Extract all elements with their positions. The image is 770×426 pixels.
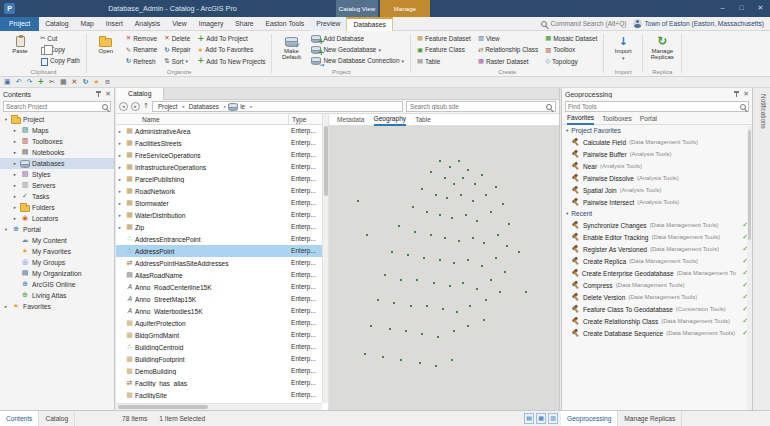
- table-row[interactable]: FacilitySite Enterp...: [116, 389, 322, 401]
- import-button[interactable]: Import ▾: [608, 33, 638, 67]
- ribbon-button[interactable]: Refresh ▾: [124, 56, 160, 67]
- expander-icon[interactable]: ▸: [116, 129, 124, 134]
- expander-icon[interactable]: ▸: [12, 205, 18, 210]
- table-row[interactable]: ▸ Zip Enterp...: [116, 221, 322, 233]
- ribbon-button[interactable]: New Geodatabase ▾: [309, 44, 406, 55]
- tool-item[interactable]: Register As Versioned (Data Management T…: [562, 243, 752, 255]
- list-view-icon[interactable]: ▤: [524, 413, 534, 424]
- plus-icon[interactable]: [37, 77, 44, 87]
- ribbon-button[interactable]: Feature Dataset ▾: [415, 33, 473, 44]
- tool-item[interactable]: Pairwise Intersect (Analysis Tools): [562, 196, 752, 208]
- tool-item[interactable]: Near (Analysis Tools): [562, 160, 752, 172]
- expander-icon[interactable]: ▸: [116, 201, 124, 206]
- tool-item[interactable]: Feature Class To Geodatabase (Conversion…: [562, 303, 752, 315]
- expander-icon[interactable]: ▸: [116, 141, 124, 146]
- horizontal-scrollbar[interactable]: [116, 403, 322, 410]
- expander-icon[interactable]: ▸: [116, 153, 124, 158]
- expander-icon[interactable]: ▸: [116, 165, 124, 170]
- ribbon-button[interactable]: Raster Dataset ▾: [476, 56, 540, 67]
- table-row[interactable]: AliasRoadName Enterp...: [116, 269, 322, 281]
- grid-icon[interactable]: [60, 77, 67, 87]
- tree-item[interactable]: ▸ Maps: [0, 125, 114, 136]
- expander-icon[interactable]: ▸: [12, 161, 18, 166]
- tree-item[interactable]: ▸ Toolboxes: [0, 136, 114, 147]
- tool-item[interactable]: Spatial Join (Analysis Tools): [562, 184, 752, 196]
- open-button[interactable]: Open: [91, 33, 121, 67]
- tree-item[interactable]: My Organization: [0, 268, 114, 279]
- table-row[interactable]: BldgGrndMaint Enterp...: [116, 329, 322, 341]
- tree-item[interactable]: ▸ Styles: [0, 169, 114, 180]
- table-row[interactable]: ▸ ParcelPublishing Enterp...: [116, 173, 322, 185]
- ribbon-button[interactable]: Rename ▾: [124, 44, 160, 55]
- section-header-recent[interactable]: ▾ Recent: [562, 208, 752, 219]
- breadcrumb-item[interactable]: Databases: [187, 103, 226, 110]
- table-row[interactable]: BuildingCentroid Enterp...: [116, 341, 322, 353]
- table-row[interactable]: ▸ RoadNetwork Enterp...: [116, 185, 322, 197]
- back-icon[interactable]: ◂: [119, 102, 128, 111]
- table-row[interactable]: ▸ FireServiceOperations Enterp...: [116, 149, 322, 161]
- ribbon-tab[interactable]: Map: [75, 17, 100, 31]
- find-tools-input[interactable]: [568, 103, 738, 110]
- scissors-icon[interactable]: [49, 77, 55, 87]
- pane-tab[interactable]: Geoprocessing: [561, 411, 618, 426]
- table-row[interactable]: Anno_StreetMap15K Enterp...: [116, 293, 322, 305]
- ribbon-tab[interactable]: Catalog: [39, 17, 74, 31]
- tree-item[interactable]: My Favorites: [0, 246, 114, 257]
- tree-item[interactable]: ▸ Favorites: [0, 301, 114, 312]
- ribbon-tab[interactable]: Analysis: [129, 17, 166, 31]
- tool-item[interactable]: Synchronize Changes (Data Management Too…: [562, 219, 752, 231]
- close-icon[interactable]: ✕: [751, 0, 770, 17]
- tool-item[interactable]: Create Enterprise Geodatabase (Data Mana…: [562, 267, 752, 279]
- table-row[interactable]: ▸ InfrastructureOperations Enterp...: [116, 161, 322, 173]
- tree-item[interactable]: ▾ Portal: [0, 224, 114, 235]
- expander-icon[interactable]: ▾: [3, 227, 9, 232]
- ribbon-button[interactable]: Toolbox ▾: [543, 44, 599, 55]
- ribbon-button[interactable]: Feature Class ▾: [415, 44, 473, 55]
- ribbon-button[interactable]: Delete ▾: [162, 33, 192, 44]
- tree-item[interactable]: ▸ Notebooks: [0, 147, 114, 158]
- tool-item[interactable]: Enable Editor Tracking (Data Management …: [562, 231, 752, 243]
- pane-tab[interactable]: Catalog: [39, 411, 75, 426]
- ribbon-button[interactable]: Copy ▾: [38, 44, 82, 55]
- expander-icon[interactable]: ▸: [116, 177, 124, 182]
- tool-item[interactable]: Compress (Data Management Tools): [562, 279, 752, 291]
- tree-item[interactable]: My Groups: [0, 257, 114, 268]
- expander-icon[interactable]: ▸: [12, 172, 18, 177]
- maximize-icon[interactable]: □: [732, 0, 751, 17]
- refresh-icon[interactable]: [82, 77, 88, 87]
- expander-icon[interactable]: ▸: [116, 189, 124, 194]
- expander-icon[interactable]: ▸: [12, 194, 18, 199]
- ribbon-tab[interactable]: Share: [229, 17, 259, 31]
- section-header-project-favorites[interactable]: ▾ Project Favorites: [562, 125, 752, 136]
- table-row[interactable]: AquiferProtection Enterp...: [116, 317, 322, 329]
- close-icon[interactable]: [743, 91, 749, 98]
- preview-tab[interactable]: Metadata: [337, 114, 365, 126]
- search-input[interactable]: [410, 103, 544, 110]
- pane-tab[interactable]: Manage Replicas: [618, 411, 682, 426]
- tree-item[interactable]: ArcGIS Online: [0, 279, 114, 290]
- ribbon-button[interactable]: View ▾: [476, 33, 540, 44]
- tree-item[interactable]: Living Atlas: [0, 290, 114, 301]
- table-row[interactable]: ▸ AdministrativeArea Enterp...: [116, 125, 322, 137]
- tree-item[interactable]: My Content: [0, 235, 114, 246]
- table-row[interactable]: ▸ WaterDistribution Enterp...: [116, 209, 322, 221]
- scrollbar-thumb[interactable]: [118, 405, 208, 409]
- expander-icon[interactable]: ▸: [12, 150, 18, 155]
- table-row[interactable]: Facility_has_alias Enterp...: [116, 377, 322, 389]
- tool-item[interactable]: Pairwise Buffer (Analysis Tools): [562, 148, 752, 160]
- tool-item[interactable]: Create Replica (Data Management Tools): [562, 255, 752, 267]
- pin-icon[interactable]: [95, 90, 102, 98]
- expander-icon[interactable]: ▸: [12, 183, 18, 188]
- ribbon-button[interactable]: Add To New Projects ▾: [196, 56, 268, 67]
- tree-item[interactable]: ▸ Servers: [0, 180, 114, 191]
- geoprocessing-tab[interactable]: Portal: [640, 113, 657, 125]
- tree-item[interactable]: ▸ Locators: [0, 213, 114, 224]
- search-input[interactable]: [6, 103, 100, 110]
- tool-item[interactable]: Create Relationship Class (Data Manageme…: [562, 315, 752, 327]
- ribbon-tab[interactable]: Insert: [100, 17, 129, 31]
- thumbnail-view-icon[interactable]: ▥: [548, 413, 558, 424]
- ribbon-button[interactable]: Copy Path ▾: [38, 55, 82, 66]
- breadcrumb-item[interactable]: le: [228, 103, 252, 111]
- tool-item[interactable]: Calculate Field (Data Management Tools): [562, 136, 752, 148]
- preview-tab[interactable]: Geography: [374, 114, 407, 126]
